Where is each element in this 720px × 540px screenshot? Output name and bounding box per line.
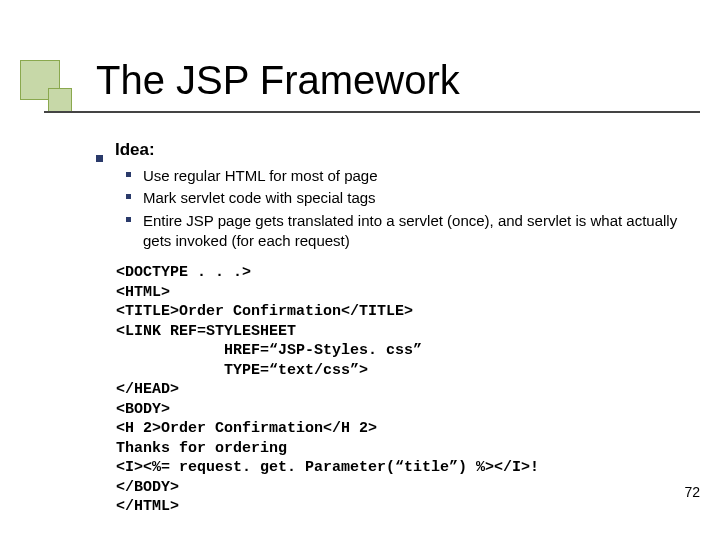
bullet-icon (96, 155, 103, 162)
bullet-icon (126, 217, 131, 222)
subpoint-text: Entire JSP page gets translated into a s… (143, 211, 680, 252)
title-underline (44, 111, 700, 113)
page-number: 72 (684, 484, 700, 500)
slide-content: Idea: Use regular HTML for most of page … (96, 140, 680, 517)
subpoint-1: Use regular HTML for most of page (126, 166, 680, 186)
idea-label: Idea: (115, 140, 155, 160)
bullet-icon (126, 172, 131, 177)
code-sample: <DOCTYPE . . .> <HTML> <TITLE>Order Conf… (116, 263, 680, 517)
bullet-icon (126, 194, 131, 199)
slide-corner-decoration (20, 60, 72, 112)
idea-sublist: Use regular HTML for most of page Mark s… (126, 166, 680, 251)
deco-square-small (48, 88, 72, 112)
subpoint-3: Entire JSP page gets translated into a s… (126, 211, 680, 252)
bullet-idea: Idea: (96, 140, 680, 160)
subpoint-text: Mark servlet code with special tags (143, 188, 680, 208)
subpoint-text: Use regular HTML for most of page (143, 166, 680, 186)
slide-title: The JSP Framework (96, 58, 460, 103)
subpoint-2: Mark servlet code with special tags (126, 188, 680, 208)
